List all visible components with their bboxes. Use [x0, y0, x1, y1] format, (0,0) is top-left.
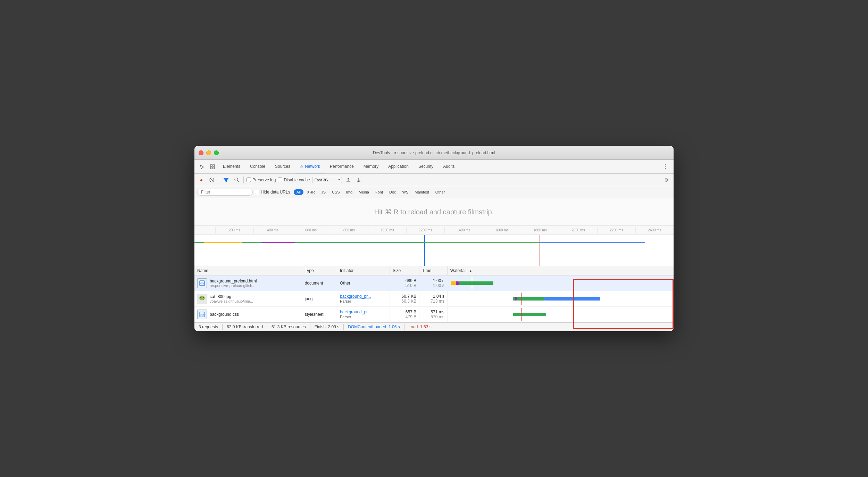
col-type[interactable]: Type [302, 266, 337, 275]
close-button[interactable] [199, 150, 203, 155]
ruler-tick: 200 ms [215, 227, 253, 233]
tab-security[interactable]: Security [414, 160, 438, 173]
preserve-log-checkbox[interactable]: Preserve log [247, 178, 276, 182]
wf-purple [456, 281, 459, 285]
minimize-button[interactable] [206, 150, 211, 155]
file-name: background_preload.html [210, 279, 257, 283]
more-tabs-button[interactable]: ⋮ [660, 162, 671, 171]
waterfall-cell-2 [447, 291, 674, 307]
disable-cache-checkbox[interactable]: Disable cache [278, 178, 310, 182]
upload-icon[interactable] [344, 176, 352, 184]
filter-input[interactable] [197, 189, 253, 196]
table-row: CSS background.css stylesheet background… [194, 307, 674, 322]
initiator-link[interactable]: background_pr... [340, 310, 371, 314]
col-waterfall[interactable]: Waterfall ▲ [447, 266, 674, 275]
file-icon-html: </> [197, 278, 207, 288]
inspect-icon[interactable] [208, 162, 217, 172]
tab-performance[interactable]: Performance [325, 160, 359, 173]
title-bar: DevTools - responsive-preload.glitch.me/… [194, 146, 674, 160]
col-initiator[interactable]: Initiator [337, 266, 390, 275]
traffic-lights [199, 150, 219, 155]
ruler-tick: 400 ms [253, 227, 292, 233]
status-separator [404, 324, 404, 330]
filter-img[interactable]: Img [343, 189, 355, 195]
type-cell: stylesheet [302, 307, 337, 322]
time-cell: 1.00 s 1.00 s [419, 275, 447, 291]
initiator-cell[interactable]: background_pr... Parser [337, 291, 390, 307]
wf3-green-l [515, 313, 546, 316]
svg-rect-1 [213, 165, 215, 166]
ruler-tick: 800 ms [330, 227, 368, 233]
status-separator [267, 324, 267, 330]
name-cell[interactable]: </> background_preload.html responsive-p… [194, 275, 302, 291]
status-separator [310, 324, 310, 330]
file-url: yoavweiss.github.io/ima... [210, 299, 253, 303]
status-separator [222, 324, 223, 330]
file-icon-jpg [197, 294, 207, 304]
svg-point-14 [203, 297, 204, 298]
filter-js[interactable]: JS [318, 189, 328, 195]
cursor-icon[interactable] [197, 162, 207, 172]
dom-loaded-label: DOMContentLoaded: 1.06 s [348, 324, 400, 329]
filter-font[interactable]: Font [373, 189, 386, 195]
throttle-selector[interactable]: Fast 3G Slow 3G No throttling Offline [312, 177, 342, 183]
initiator-cell[interactable]: background_pr... Parser [337, 307, 390, 322]
col-size[interactable]: Size [390, 266, 419, 275]
wf-orange [451, 281, 456, 285]
devtools-window: DevTools - responsive-preload.glitch.me/… [194, 146, 674, 331]
settings-icon[interactable] [662, 176, 671, 184]
filter-other[interactable]: Other [433, 189, 448, 195]
search-icon[interactable] [232, 176, 241, 184]
filter-all[interactable]: All [294, 189, 303, 195]
file-name: background.css [210, 312, 239, 317]
filter-type-buttons: All XHR JS CSS Img Media Font Doc WS Man… [294, 189, 448, 195]
name-cell[interactable]: cat_800.jpg yoavweiss.github.io/ima... [194, 291, 302, 307]
tab-application[interactable]: Application [383, 160, 414, 173]
table-row: cat_800.jpg yoavweiss.github.io/ima... j… [194, 291, 674, 307]
filter-manifest[interactable]: Manifest [412, 189, 432, 195]
tab-sources[interactable]: Sources [270, 160, 295, 173]
name-cell[interactable]: CSS background.css [194, 307, 302, 322]
ruler-items: 200 ms 400 ms 600 ms 800 ms 1000 ms 1200… [215, 227, 674, 233]
wf-dom-line [472, 277, 473, 289]
initiator-link[interactable]: background_pr... [340, 294, 371, 299]
filmstrip-hint: Hit ⌘ R to reload and capture filmstrip. [194, 198, 674, 226]
timeline-bar-purple [261, 242, 295, 243]
tab-memory[interactable]: Memory [359, 160, 383, 173]
file-name: cat_800.jpg [210, 294, 253, 299]
filter-bar: Hide data URLs All XHR JS CSS Img Media … [194, 186, 674, 198]
col-time[interactable]: Time [419, 266, 447, 275]
window-title: DevTools - responsive-preload.glitch.me/… [373, 150, 495, 155]
wf-blue [544, 297, 600, 301]
filter-css[interactable]: CSS [329, 189, 343, 195]
filter-doc[interactable]: Doc [386, 189, 399, 195]
hide-data-urls-checkbox[interactable]: Hide data URLs [255, 190, 290, 195]
tab-audits[interactable]: Audits [438, 160, 459, 173]
wf3-green-s [513, 313, 515, 316]
file-icon-css: CSS [197, 310, 207, 319]
record-button[interactable]: ● [197, 176, 206, 184]
filter-media[interactable]: Media [356, 189, 372, 195]
waterfall-cell-3 [447, 307, 674, 322]
dom-loaded-line [424, 235, 425, 266]
maximize-button[interactable] [214, 150, 219, 155]
tab-elements[interactable]: Elements [218, 160, 245, 173]
warning-icon: ⚠ [300, 164, 303, 168]
filter-ws[interactable]: WS [400, 189, 411, 195]
svg-rect-2 [210, 167, 212, 169]
tab-network[interactable]: ⚠ Network [295, 160, 325, 173]
clear-button[interactable] [208, 176, 216, 184]
svg-line-7 [237, 181, 239, 182]
download-icon[interactable] [354, 176, 363, 184]
filter-icon[interactable] [222, 176, 230, 184]
svg-point-13 [200, 297, 201, 298]
wf-green-s [513, 297, 515, 301]
tab-console[interactable]: Console [245, 160, 270, 173]
col-name[interactable]: Name [194, 266, 302, 275]
wf-load-line3 [521, 308, 522, 321]
separator2 [243, 176, 244, 183]
filter-xhr[interactable]: XHR [304, 189, 318, 195]
size-cell: 689 B 510 B [390, 275, 419, 291]
svg-rect-3 [213, 167, 215, 169]
ruler-tick: 600 ms [292, 227, 330, 233]
